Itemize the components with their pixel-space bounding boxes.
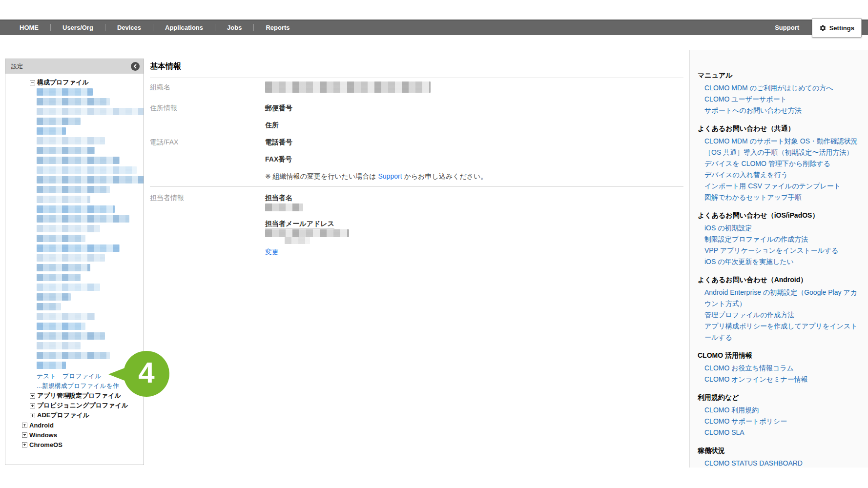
- expand-icon[interactable]: [22, 423, 27, 428]
- help-link[interactable]: CLOMO MDM のサポート対象 OS・動作確認状況: [698, 136, 860, 147]
- help-link[interactable]: CLOMO ユーザーサポート: [698, 94, 860, 105]
- tree-item-config-profile[interactable]: 構成プロファイル: [5, 78, 144, 87]
- redacted-profile-item[interactable]: [37, 186, 110, 193]
- gear-icon: [819, 24, 827, 32]
- help-link[interactable]: CLOMO 利用規約: [698, 405, 860, 416]
- expand-icon[interactable]: [30, 413, 35, 418]
- settings-tab-label: Settings: [829, 24, 854, 32]
- tree-item[interactable]: ChromeOS: [5, 440, 144, 449]
- redacted-profile-item[interactable]: [37, 244, 120, 252]
- help-link[interactable]: CLOMO お役立ち情報コラム: [698, 363, 860, 374]
- help-panel: マニュアルCLOMO MDM のご利用がはじめての方へCLOMO ユーザーサポー…: [689, 50, 868, 468]
- redacted-profile-item[interactable]: [37, 342, 81, 349]
- expand-icon[interactable]: [30, 393, 35, 399]
- help-link[interactable]: VPP アプリケーションをインストールする: [698, 245, 860, 256]
- help-section-title: 利用規約など: [698, 393, 860, 402]
- sidebar-collapse-button[interactable]: [131, 62, 140, 71]
- help-link[interactable]: サポートへのお問い合わせ方法: [698, 105, 860, 116]
- expand-icon[interactable]: [22, 442, 27, 447]
- redacted-profile-item[interactable]: [37, 137, 105, 144]
- redacted-profile-item[interactable]: [37, 108, 144, 115]
- redacted-profile-item[interactable]: [37, 293, 71, 301]
- redacted-profile-item[interactable]: [37, 147, 95, 154]
- contact-section-label: 担当者情報: [150, 194, 184, 203]
- tree-item[interactable]: プロビジョニングプロファイル: [5, 401, 144, 410]
- redacted-profile-item[interactable]: [37, 127, 66, 135]
- nav-item-reports[interactable]: Reports: [254, 24, 301, 31]
- divider: [150, 78, 683, 78]
- redacted-profile-item[interactable]: [37, 332, 105, 340]
- help-section-title: 稼働状況: [698, 447, 860, 455]
- basic-info-panel: 基本情報 組織名 住所情報 郵便番号 住所 電話/FAX 電話番号 FAX番号 …: [150, 58, 683, 350]
- help-link[interactable]: CLOMO サポートポリシー: [698, 416, 860, 427]
- tree-item[interactable]: Android: [5, 420, 144, 430]
- help-link[interactable]: CLOMO MDM のご利用がはじめての方へ: [698, 82, 860, 94]
- redacted-profile-item[interactable]: [37, 118, 81, 125]
- tree-item[interactable]: アプリ管理設定プロファイル: [5, 391, 144, 401]
- redacted-profile-item[interactable]: [37, 352, 110, 359]
- help-section-title: よくあるお問い合わせ（共通）: [698, 124, 860, 133]
- redacted-profile-item[interactable]: [37, 166, 137, 174]
- redacted-profile-item[interactable]: [37, 176, 144, 183]
- redacted-profile-item[interactable]: [37, 98, 110, 105]
- annotation-balloon: 4: [124, 351, 169, 397]
- help-section-title: よくあるお問い合わせ（iOS/iPadOS）: [698, 211, 860, 220]
- redacted-profile-item[interactable]: [37, 88, 93, 96]
- tab-settings[interactable]: Settings: [812, 18, 862, 38]
- help-section-title: CLOMO 活用情報: [698, 351, 860, 360]
- redacted-profile-item[interactable]: [37, 264, 90, 271]
- help-link[interactable]: デバイスの入れ替えを行う: [698, 169, 860, 181]
- help-link[interactable]: アプリ構成ポリシーを作成してアプリをインストールする: [698, 321, 860, 343]
- nav-item-users-org[interactable]: Users/Org: [51, 24, 105, 31]
- chevron-left-icon: [133, 64, 137, 69]
- nav-item-home[interactable]: HOME: [8, 24, 50, 31]
- expand-icon[interactable]: [22, 432, 27, 438]
- support-link[interactable]: Support: [378, 172, 402, 180]
- help-link[interactable]: 管理プロファイルの作成方法: [698, 309, 860, 321]
- help-link[interactable]: CLOMO オンラインセミナー情報: [698, 374, 860, 385]
- clomo-settings-page: HOMEUsers/OrgDevicesApplicationsJobsRepo…: [0, 0, 868, 488]
- tree-item-label: ADEプロファイル: [37, 411, 89, 420]
- redacted-profile-item[interactable]: [37, 196, 90, 203]
- redacted-profile-item[interactable]: [37, 225, 100, 232]
- help-link[interactable]: CLOMO STATUS DASHBOARD: [698, 458, 860, 468]
- redacted-profile-item[interactable]: [37, 205, 115, 213]
- phone-fax-section-label: 電話/FAX: [150, 138, 178, 147]
- redacted-profile-item[interactable]: [37, 362, 66, 369]
- help-link[interactable]: インポート用 CSV ファイルのテンプレート: [698, 181, 860, 192]
- redacted-profile-item[interactable]: [37, 323, 85, 330]
- tree-item-label: ChromeOS: [29, 441, 62, 448]
- redacted-profile-item[interactable]: [37, 303, 61, 310]
- nav-item-devices[interactable]: Devices: [105, 24, 153, 31]
- redacted-profile-item[interactable]: [37, 284, 100, 291]
- help-link[interactable]: 図解でわかるセットアップ手順: [698, 192, 860, 203]
- nav-item-applications[interactable]: Applications: [153, 24, 215, 31]
- tree-item[interactable]: ADEプロファイル: [5, 410, 144, 420]
- redacted-profile-item[interactable]: [37, 254, 105, 262]
- contact-email-label: 担当者メールアドレス: [265, 220, 334, 228]
- tree-item[interactable]: Windows: [5, 430, 144, 440]
- change-link[interactable]: 変更: [265, 248, 279, 257]
- help-link[interactable]: 制限設定プロファイルの作成方法: [698, 234, 860, 245]
- annotation-number: 4: [138, 358, 154, 387]
- help-section-title: マニュアル: [698, 71, 860, 80]
- top-navbar: HOMEUsers/OrgDevicesApplicationsJobsRepo…: [0, 20, 868, 35]
- redacted-profile-item[interactable]: [37, 215, 129, 223]
- help-link[interactable]: iOS の年次更新を実施したい: [698, 256, 860, 267]
- help-section-title: よくあるお問い合わせ（Android）: [698, 276, 860, 285]
- help-link[interactable]: デバイスを CLOMO 管理下から削除する: [698, 158, 860, 169]
- redacted-profile-item[interactable]: [37, 274, 81, 281]
- help-link[interactable]: ［OS 共通］導入の手順（初期設定〜活用方法）: [698, 147, 860, 158]
- note-suffix: からお申し込みください。: [402, 172, 488, 180]
- nav-item-jobs[interactable]: Jobs: [215, 24, 253, 31]
- nav-item-support[interactable]: Support: [775, 20, 799, 35]
- help-link[interactable]: iOS の初期設定: [698, 223, 860, 234]
- redacted-profile-item[interactable]: [37, 235, 85, 242]
- redacted-profile-item[interactable]: [37, 313, 95, 320]
- collapse-icon[interactable]: [30, 80, 35, 85]
- redacted-profile-item[interactable]: [37, 157, 120, 164]
- address-section-label: 住所情報: [150, 104, 177, 113]
- help-link[interactable]: CLOMO SLA: [698, 427, 860, 438]
- expand-icon[interactable]: [30, 403, 35, 408]
- help-link[interactable]: Android Enterprise の初期設定（Google Play アカウ…: [698, 287, 860, 309]
